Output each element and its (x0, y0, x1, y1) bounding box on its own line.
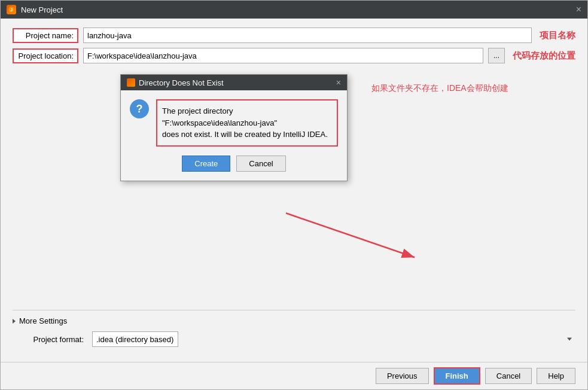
svg-line-2 (286, 213, 415, 257)
project-format-label: Project format: (22, 335, 87, 344)
previous-button[interactable]: Previous (376, 368, 429, 384)
project-location-annotation: 代码存放的位置 (513, 50, 575, 62)
project-name-input[interactable] (83, 28, 532, 43)
more-settings-section: More Settings Project format: .idea (dir… (13, 310, 575, 353)
dialog-title-left: Directory Does Not Exist (127, 78, 224, 87)
finish-button[interactable]: Finish (434, 367, 480, 385)
dialog-title-text: Directory Does Not Exist (139, 78, 224, 87)
main-window: J New Project × Project name: 项目名称 Proje… (0, 0, 588, 390)
format-row: Project format: .idea (directory based) … (13, 331, 575, 347)
more-settings-label: More Settings (19, 316, 67, 325)
create-button[interactable]: Create (182, 156, 230, 172)
help-button[interactable]: Help (537, 368, 575, 384)
cancel-footer-button[interactable]: Cancel (485, 368, 532, 384)
dialog-buttons: Create Cancel (121, 156, 347, 181)
project-format-select[interactable]: .idea (directory based) .ipr (file based… (92, 331, 178, 347)
project-name-annotation: 项目名称 (540, 30, 575, 41)
dialog-title-bar: Directory Does Not Exist × (121, 75, 347, 90)
title-bar: J New Project × (1, 1, 587, 19)
more-settings-header[interactable]: More Settings (13, 316, 575, 325)
cancel-dialog-button[interactable]: Cancel (236, 156, 285, 172)
project-location-label: Project location: (13, 48, 78, 63)
idea-icon: J (7, 5, 16, 14)
question-icon: ? (130, 99, 149, 118)
dialog-message: The project directory"F:\workspace\idea\… (162, 106, 328, 139)
project-location-row: Project location: ... 代码存放的位置 (13, 48, 575, 63)
dialog-message-box: The project directory"F:\workspace\idea\… (156, 99, 338, 147)
footer: Previous Finish Cancel Help (1, 362, 587, 389)
directory-dialog: Directory Does Not Exist × ? The project… (120, 74, 348, 181)
dialog-close-icon[interactable]: × (336, 78, 341, 87)
svg-text:J: J (10, 7, 13, 13)
dialog-idea-icon (127, 78, 135, 87)
select-wrapper: .idea (directory based) .ipr (file based… (92, 331, 575, 347)
project-name-label: Project name: (13, 28, 78, 43)
middle-area: Directory Does Not Exist × ? The project… (13, 68, 575, 310)
expand-icon (13, 319, 16, 324)
project-location-input[interactable] (83, 48, 483, 63)
project-name-row: Project name: 项目名称 (13, 28, 575, 43)
title-bar-left: J New Project (7, 5, 63, 14)
dialog-body: ? The project directory"F:\workspace\ide… (121, 90, 347, 156)
close-icon[interactable]: × (576, 5, 581, 14)
window-title: New Project (21, 5, 63, 14)
select-arrow-icon (567, 338, 572, 341)
browse-button[interactable]: ... (488, 48, 505, 63)
dialog-annotation: 如果文件夹不存在，IDEA会帮助创建 (371, 83, 508, 94)
content-area: Project name: 项目名称 Project location: ...… (1, 19, 587, 362)
